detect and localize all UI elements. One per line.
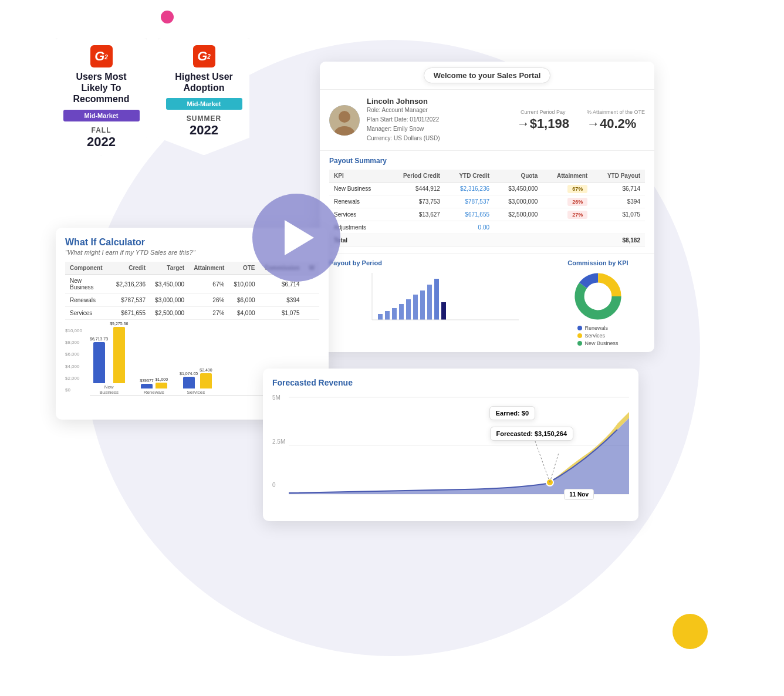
calc-row-ote: $10,000 bbox=[229, 275, 259, 294]
forecast-tooltip-forecasted: Forecasted: $3,150,264 bbox=[490, 427, 573, 441]
g2-logo-text-2: G bbox=[197, 49, 207, 64]
table-row: Adjustments 0.00 bbox=[329, 221, 645, 234]
calc-col-attainment: Attainment bbox=[189, 262, 229, 275]
portal-charts-row: Payout by Period bbox=[320, 253, 654, 352]
calc-row-target: $3,450,000 bbox=[150, 275, 189, 294]
calc-col-credit: Credit bbox=[111, 262, 150, 275]
bar-pair: $39377 $1,000 bbox=[140, 330, 168, 388]
bar-pair: $6,713.73 $9,275.36 bbox=[90, 325, 128, 383]
y-label: $0 bbox=[65, 387, 82, 393]
col-period-credit: Period Credit bbox=[387, 170, 445, 183]
calc-row: Renewals $787,537 $3,000,000 26% $6,000 … bbox=[65, 294, 319, 307]
row-att bbox=[542, 221, 592, 234]
forecast-title-partial: Forecasted Revenue bbox=[272, 378, 353, 387]
bar-blue bbox=[141, 384, 153, 388]
user-plan-start: Plan Start Date: 01/01/2022 bbox=[367, 115, 510, 124]
play-triangle-icon bbox=[285, 220, 314, 255]
row-total-ytd bbox=[445, 234, 494, 247]
svg-rect-7 bbox=[399, 304, 404, 320]
row-kpi: New Business bbox=[329, 183, 387, 195]
g2-logo-text: G bbox=[94, 49, 104, 64]
g2-logo-1: G 2 bbox=[90, 45, 113, 67]
row-quota bbox=[494, 221, 542, 234]
svg-line-23 bbox=[535, 441, 550, 482]
badge-2-title: Highest User Adoption bbox=[164, 71, 244, 93]
row-att: 26% bbox=[542, 195, 592, 208]
svg-rect-4 bbox=[378, 314, 383, 320]
table-row: Renewals $73,753 $787,537 $3,000,000 26%… bbox=[329, 195, 645, 208]
svg-rect-5 bbox=[385, 311, 390, 320]
forecast-tooltip-earned: Earned: $0 bbox=[489, 406, 535, 420]
payout-summary-title: Payout Summary bbox=[329, 157, 645, 165]
ote-label: % Attainment of the OTE bbox=[587, 109, 645, 115]
forecasted-label: Forecasted: $3,150,264 bbox=[496, 430, 567, 437]
row-kpi: Services bbox=[329, 208, 387, 221]
scene: G 2 Users Most Likely To Recommend Mid-M… bbox=[0, 0, 784, 696]
bar-blue-group: $6,713.73 bbox=[90, 337, 108, 383]
y-label: $4,000 bbox=[65, 364, 82, 369]
legend-dot-renewals bbox=[577, 326, 582, 330]
ote-value: →40.2% bbox=[587, 116, 645, 131]
y-2.5m: 2.5M bbox=[272, 438, 285, 445]
calc-row-att: 67% bbox=[189, 275, 229, 294]
bar-group-new-business: $6,713.73 $9,275.36 New Business bbox=[90, 325, 128, 395]
row-att: 67% bbox=[542, 183, 592, 195]
bar-yellow-group: $1,000 bbox=[156, 377, 168, 388]
col-attainment: Attainment bbox=[542, 170, 592, 183]
y-label: $10,000 bbox=[65, 328, 82, 333]
forecast-card: Forecasted Revenue 5M 2.5M 0 bbox=[263, 369, 638, 521]
y-0: 0 bbox=[272, 482, 285, 488]
table-row-total: Total $8,182 bbox=[329, 234, 645, 247]
badge-1-ribbon: Mid-Market bbox=[63, 110, 140, 121]
payout-table: KPI Period Credit YTD Credit Quota Attai… bbox=[329, 170, 645, 247]
badge-users-recommend: G 2 Users Most Likely To Recommend Mid-M… bbox=[56, 38, 147, 156]
calc-row-att: 26% bbox=[189, 294, 229, 307]
calc-col-component: Component bbox=[65, 262, 111, 275]
svg-rect-8 bbox=[406, 299, 411, 320]
row-payout: $1,075 bbox=[592, 208, 645, 221]
g2-logo-2: G 2 bbox=[193, 45, 215, 67]
calc-row-commission: $1,075 bbox=[260, 307, 305, 320]
calc-row: Services $671,655 $2,500,000 27% $4,000 … bbox=[65, 307, 319, 320]
bar-label-yellow: $2,400 bbox=[200, 368, 212, 372]
calc-row-credit: $671,655 bbox=[111, 307, 150, 320]
bar-yellow-group: $2,400 bbox=[200, 368, 212, 388]
user-role: Role: Account Manager bbox=[367, 106, 510, 115]
bar-blue bbox=[183, 377, 195, 388]
svg-point-1 bbox=[339, 111, 350, 123]
row-ytd: $671,655 bbox=[445, 208, 494, 221]
commission-by-kpi-title: Commission by KPI bbox=[567, 259, 628, 266]
bar-blue-group: $1,074.65 bbox=[180, 371, 198, 388]
play-button[interactable] bbox=[252, 194, 340, 282]
forecast-date: 11 Nov bbox=[569, 491, 589, 498]
current-period-pay-block: Current Period Pay →$1,198 bbox=[517, 109, 569, 131]
col-kpi: KPI bbox=[329, 170, 387, 183]
row-quota: $2,500,000 bbox=[494, 208, 542, 221]
commission-by-kpi-chart: Commission by KPI Renewals bbox=[551, 259, 645, 346]
user-details: Role: Account Manager Plan Start Date: 0… bbox=[367, 106, 510, 143]
row-period: $444,912 bbox=[387, 183, 445, 195]
bar-group-services: $1,074.65 $2,400 Services bbox=[180, 330, 212, 395]
svg-point-18 bbox=[586, 285, 610, 308]
row-payout: $394 bbox=[592, 195, 645, 208]
calc-row-w bbox=[305, 307, 319, 320]
legend-dot-services bbox=[577, 333, 582, 338]
user-name: Lincoln Johnson bbox=[367, 97, 510, 106]
forecast-chart-area: 5M 2.5M 0 bbox=[272, 394, 629, 512]
legend-new-business: New Business bbox=[577, 340, 618, 346]
bar-group-label: New Business bbox=[94, 384, 124, 395]
row-period: $73,753 bbox=[387, 195, 445, 208]
table-row: Services $13,627 $671,655 $2,500,000 27%… bbox=[329, 208, 645, 221]
row-total-payout: $8,182 bbox=[592, 234, 645, 247]
row-ytd: $2,316,236 bbox=[445, 183, 494, 195]
forecast-title: Forecasted Revenue bbox=[272, 378, 629, 387]
badges-container: G 2 Users Most Likely To Recommend Mid-M… bbox=[56, 38, 249, 156]
donut-chart-svg bbox=[572, 270, 624, 323]
svg-rect-9 bbox=[413, 295, 418, 320]
col-quota: Quota bbox=[494, 170, 542, 183]
badge-2-season: SUMMER bbox=[187, 114, 221, 123]
chart-y-axis: $10,000 $8,000 $6,000 $4,000 $2,000 $0 bbox=[65, 328, 85, 393]
svg-rect-13 bbox=[441, 302, 446, 320]
row-att: 27% bbox=[542, 208, 592, 221]
row-payout bbox=[592, 221, 645, 234]
